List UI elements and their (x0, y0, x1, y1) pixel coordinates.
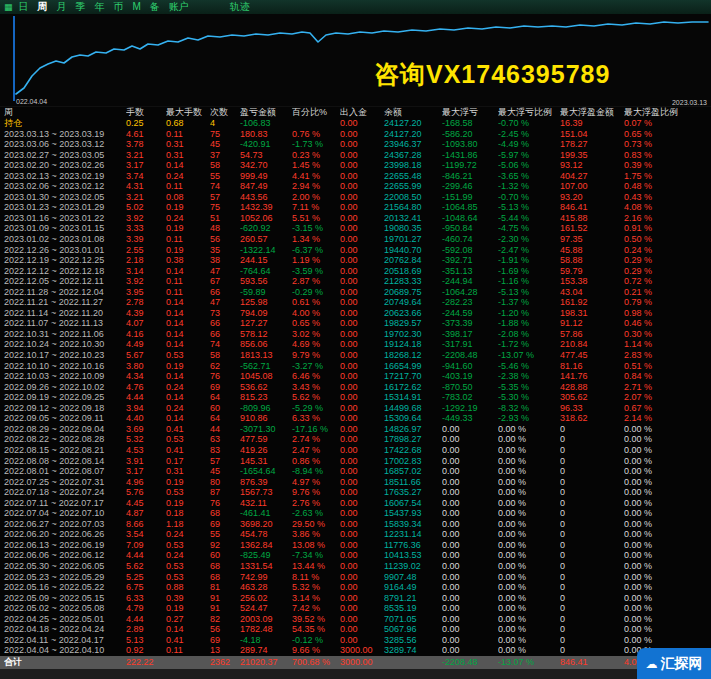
table-row[interactable]: 2022.04.18 ~ 2022.04.242.890.14561782.48… (0, 624, 711, 635)
table-row[interactable]: 2022.05.02 ~ 2022.05.084.790.1991524.477… (0, 603, 711, 614)
table-row[interactable]: 2022.11.28 ~ 2022.12.043.950.1166-59.89-… (0, 287, 711, 298)
table-row[interactable]: 2022.12.12 ~ 2022.12.183.140.1447-764.64… (0, 266, 711, 277)
col-header-1[interactable]: 手数 (126, 107, 166, 118)
cell: 0.00 (442, 603, 498, 614)
table-row[interactable]: 2022.08.08 ~ 2022.08.143.910.1757145.310… (0, 456, 711, 467)
cell: 910.86 (240, 413, 292, 424)
table-row[interactable]: 2022.07.25 ~ 2022.07.314.960.1980876.394… (0, 477, 711, 488)
table-row[interactable]: 2022.09.12 ~ 2022.09.183.940.2460-809.96… (0, 403, 711, 414)
table-row[interactable]: 2022.12.05 ~ 2022.12.113.920.1167593.562… (0, 276, 711, 287)
toolbar-item-0[interactable]: 日 (19, 0, 29, 14)
col-header-8[interactable]: 最大浮亏 (442, 107, 498, 118)
table-row[interactable]: 2023.02.13 ~ 2023.02.193.740.2455999.494… (0, 171, 711, 182)
col-header-11[interactable]: 最大浮盈比例 (624, 107, 711, 118)
table-row[interactable]: 2022.08.15 ~ 2022.08.214.530.4183419.262… (0, 445, 711, 456)
table-row[interactable]: 2022.04.04 ~ 2022.04.100.920.1113289.749… (0, 645, 711, 656)
table-row[interactable]: 2023.02.06 ~ 2023.02.124.310.1174847.492… (0, 181, 711, 192)
col-header-3[interactable]: 次数 (210, 107, 240, 118)
table-row[interactable]: 2023.03.13 ~ 2023.03.194.610.1175180.830… (0, 129, 711, 140)
table-row[interactable]: 2022.05.23 ~ 2022.05.295.250.5368742.998… (0, 572, 711, 583)
table-row[interactable]: 2022.08.29 ~ 2022.09.043.690.4144-3071.3… (0, 424, 711, 435)
table-row[interactable]: 2022.06.20 ~ 2022.06.263.540.2455454.783… (0, 529, 711, 540)
cell: -351.13 (442, 266, 498, 277)
total-cell: 222.22 (126, 656, 166, 669)
cell: 22655.48 (384, 171, 442, 182)
table-row[interactable]: 2023.01.02 ~ 2023.01.083.390.1156260.571… (0, 234, 711, 245)
toolbar-item-1[interactable]: 周 (38, 0, 48, 14)
col-header-7[interactable]: 余额 (384, 107, 442, 118)
cell: 477.45 (560, 350, 624, 361)
cell: 20518.69 (384, 266, 442, 277)
table-row[interactable]: 2022.04.25 ~ 2022.05.014.440.27822003.09… (0, 614, 711, 625)
col-header-9[interactable]: 最大浮亏比例 (498, 107, 560, 118)
table-row[interactable]: 2022.06.13 ~ 2022.06.197.090.53921362.84… (0, 540, 711, 551)
cell: 0.19 (166, 603, 210, 614)
table-row[interactable]: 2022.10.31 ~ 2022.11.064.160.1466578.123… (0, 329, 711, 340)
table-row[interactable]: 2022.12.19 ~ 2022.12.252.180.3838244.151… (0, 255, 711, 266)
cell: 0 (560, 456, 624, 467)
table-row[interactable]: 2022.11.14 ~ 2022.11.204.390.1473794.094… (0, 308, 711, 319)
table-row[interactable]: 2022.07.11 ~ 2022.07.174.450.1976432.112… (0, 498, 711, 509)
cell: 8.66 (126, 519, 166, 530)
table-row[interactable]: 2022.06.27 ~ 2022.07.038.661.18693698.20… (0, 519, 711, 530)
table-row[interactable]: 2022.12.26 ~ 2023.01.012.550.1935-1322.1… (0, 245, 711, 256)
toolbar-item-7[interactable]: 备 (150, 0, 160, 14)
table-row[interactable]: 2022.10.03 ~ 2022.10.094.340.14761045.08… (0, 371, 711, 382)
toolbar-item-5[interactable]: 币 (114, 0, 124, 14)
table-row[interactable]: 2023.01.09 ~ 2023.01.153.330.1948-620.92… (0, 223, 711, 234)
total-cell: -2208.48 (442, 656, 498, 669)
toolbar-item-2[interactable]: 月 (57, 0, 67, 14)
table-row[interactable]: 2022.07.04 ~ 2022.07.104.870.1868-461.41… (0, 508, 711, 519)
toolbar-item-9[interactable]: 轨迹 (230, 0, 250, 14)
cell: 0.53 (166, 561, 210, 572)
table-row[interactable]: 2022.05.16 ~ 2022.05.226.750.8881463.285… (0, 582, 711, 593)
table-row[interactable]: 2023.01.23 ~ 2023.01.295.020.19751432.39… (0, 202, 711, 213)
table-row[interactable]: 2022.10.10 ~ 2022.10.163.800.1962-562.71… (0, 361, 711, 372)
table-row[interactable]: 2022.10.17 ~ 2022.10.235.670.53581813.13… (0, 350, 711, 361)
cell: 0.76 % (292, 129, 340, 140)
cell: 0.00 % (498, 614, 560, 625)
toolbar-item-6[interactable]: M (133, 0, 141, 14)
cell: 2022.06.27 ~ 2022.07.03 (4, 519, 126, 530)
cell: 4.45 (126, 498, 166, 509)
table-row[interactable]: 2023.02.20 ~ 2023.02.263.170.1458342.701… (0, 160, 711, 171)
table-row[interactable]: 2022.07.18 ~ 2022.07.245.760.53871567.73… (0, 487, 711, 498)
table-row[interactable]: 2022.04.11 ~ 2022.04.175.130.4169-4.18-0… (0, 635, 711, 646)
table-row[interactable]: 2023.01.30 ~ 2023.02.053.210.0857443.562… (0, 192, 711, 203)
table-row[interactable]: 2022.05.09 ~ 2022.05.156.330.3991256.023… (0, 593, 711, 604)
col-header-4[interactable]: 盈亏金额 (240, 107, 292, 118)
cell: 0.73 % (624, 139, 711, 150)
table-row[interactable]: 2022.08.01 ~ 2022.08.073.170.3145-1654.6… (0, 466, 711, 477)
cell: 0.00 (340, 593, 384, 604)
cell: 3.92 (126, 213, 166, 224)
table-row[interactable]: 2022.05.30 ~ 2022.06.055.620.53681331.54… (0, 561, 711, 572)
table-row[interactable]: 2023.03.06 ~ 2023.03.123.780.3145-420.91… (0, 139, 711, 150)
cell: 3.69 (126, 424, 166, 435)
table-row[interactable]: 2023.02.27 ~ 2023.03.053.210.313754.730.… (0, 150, 711, 161)
col-header-6[interactable]: 出入金 (340, 107, 384, 118)
table-row[interactable]: 2022.11.07 ~ 2022.11.134.070.1466127.270… (0, 318, 711, 329)
table-row[interactable]: 2022.06.06 ~ 2022.06.124.440.2460-825.49… (0, 550, 711, 561)
table-row[interactable]: 2022.09.26 ~ 2022.10.024.760.2469536.623… (0, 382, 711, 393)
toolbar-item-4[interactable]: 年 (95, 0, 105, 14)
toolbar-item-3[interactable]: 季 (76, 0, 86, 14)
table-row[interactable]: 2022.09.05 ~ 2022.09.114.400.1464910.866… (0, 413, 711, 424)
table-row[interactable]: 2022.08.22 ~ 2022.08.285.320.5363477.592… (0, 434, 711, 445)
col-header-2[interactable]: 最大手数 (166, 107, 210, 118)
table-header-row: 周手数最大手数次数盈亏金额百分比%出入金余额最大浮亏最大浮亏比例最大浮盈金额最大… (0, 107, 711, 118)
position-row[interactable]: 持仓0.250.684-106.830.0024127.20-168.58-0.… (0, 118, 711, 129)
table-row[interactable]: 2022.10.24 ~ 2022.10.304.490.1474856.064… (0, 339, 711, 350)
table-row[interactable]: 2022.09.19 ~ 2022.09.254.440.1464815.235… (0, 392, 711, 403)
col-header-10[interactable]: 最大浮盈金额 (560, 107, 624, 118)
cell: 0.08 (166, 192, 210, 203)
cell: 0.00 % (498, 434, 560, 445)
col-header-5[interactable]: 百分比% (292, 107, 340, 118)
table-row[interactable]: 2023.01.16 ~ 2023.01.223.920.24511052.06… (0, 213, 711, 224)
col-header-0[interactable]: 周 (4, 107, 126, 118)
toolbar-item-8[interactable]: 账户 (169, 0, 189, 14)
cell: 0.14 (166, 339, 210, 350)
table-row[interactable]: 2022.11.21 ~ 2022.11.272.780.1447125.980… (0, 297, 711, 308)
cell: 0.86 % (292, 456, 340, 467)
cell: -299.46 (442, 181, 498, 192)
cell: 5.51 % (292, 213, 340, 224)
